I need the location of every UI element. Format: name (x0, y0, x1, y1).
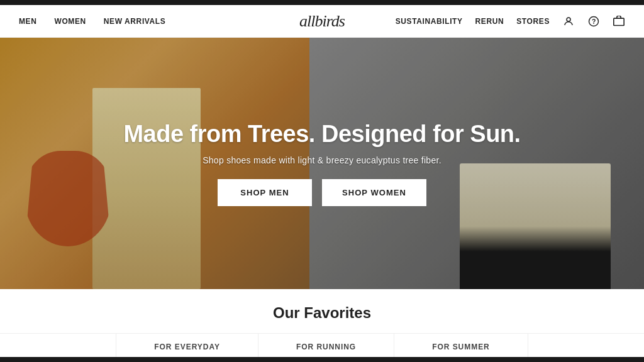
hero-buttons: SHOP MEN SHOP WOMEN (218, 179, 426, 206)
account-icon[interactable] (562, 15, 575, 28)
nav-new-arrivals[interactable]: NEW ARRIVALS (104, 17, 166, 26)
svg-text:?: ? (592, 17, 596, 25)
cart-icon[interactable] (613, 15, 625, 28)
category-everyday[interactable]: FOR EVERYDAY (116, 334, 258, 360)
hero-section: Made from Trees. Designed for Sun. Shop … (0, 38, 644, 289)
top-bar (0, 0, 644, 5)
shop-women-button[interactable]: SHOP WOMEN (322, 179, 426, 206)
category-running[interactable]: FOR RUNNING (258, 334, 394, 360)
hero-title: Made from Trees. Designed for Sun. (123, 121, 520, 148)
favorites-title: Our Favorites (0, 304, 644, 322)
navbar: MEN WOMEN NEW ARRIVALS allbirds SUSTAINA… (0, 5, 644, 38)
svg-point-0 (567, 18, 570, 21)
nav-women[interactable]: WOMEN (54, 17, 86, 26)
hero-content: Made from Trees. Designed for Sun. Shop … (0, 38, 644, 289)
svg-rect-3 (614, 18, 624, 25)
logo[interactable]: allbirds (299, 12, 345, 31)
nav-sustainability[interactable]: SUSTAINABILITY (396, 17, 463, 26)
hero-subtitle: Shop shoes made with light & breezy euca… (203, 155, 441, 165)
nav-left: MEN WOMEN NEW ARRIVALS (19, 17, 165, 26)
favorites-section: Our Favorites FOR EVERYDAY FOR RUNNING F… (0, 289, 644, 362)
shop-men-button[interactable]: SHOP MEN (218, 179, 312, 206)
category-summer[interactable]: FOR SUMMER (394, 334, 528, 360)
nav-right: SUSTAINABILITY RERUN STORES ? (396, 15, 625, 28)
nav-rerun[interactable]: RERUN (475, 17, 504, 26)
bottom-bar (0, 357, 644, 362)
favorites-categories: FOR EVERYDAY FOR RUNNING FOR SUMMER (0, 333, 644, 360)
nav-right-links: SUSTAINABILITY RERUN STORES (396, 17, 550, 26)
nav-men[interactable]: MEN (19, 17, 36, 26)
nav-stores[interactable]: STORES (516, 17, 550, 26)
help-icon[interactable]: ? (587, 15, 600, 28)
